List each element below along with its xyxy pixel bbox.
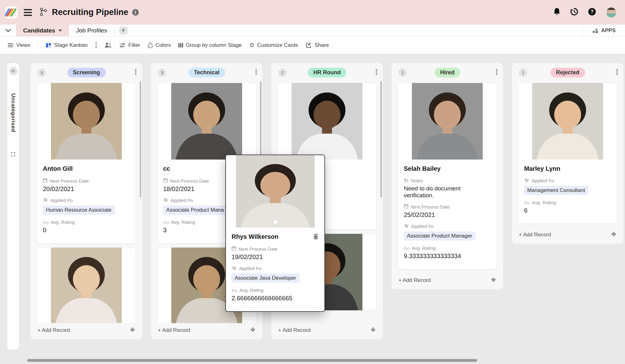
views-button[interactable]: Views <box>8 42 30 48</box>
card-field: ƒ(x)Avg. Rating2.6666666666666665 <box>232 288 319 302</box>
user-avatar[interactable] <box>606 7 617 18</box>
field-label: Next Process Date <box>170 178 209 184</box>
current-view-button[interactable]: Stage Kanban <box>46 42 88 48</box>
horizontal-scrollbar[interactable] <box>27 359 477 362</box>
dragged-card-rhys-wilkerson[interactable]: Rhys WilkersonNext Process Date19/02/202… <box>225 155 325 312</box>
column-stage-pill[interactable]: Hired <box>434 68 460 77</box>
column-cards: Selah BaileyTTNotesNeed to do document v… <box>392 82 503 273</box>
group-columns-icon <box>178 43 183 48</box>
view-options-kebab-icon[interactable] <box>95 42 97 48</box>
help-icon[interactable]: ? <box>588 7 596 17</box>
column-menu-kebab-icon[interactable] <box>374 67 379 78</box>
collapse-column-icon[interactable] <box>249 326 257 335</box>
apps-button[interactable]: APPS <box>582 25 625 36</box>
card-field: Applied FoHuman Resource Associate <box>43 198 130 214</box>
apps-icon <box>592 28 598 33</box>
tab-job-profiles-label: Job Profiles <box>76 27 107 34</box>
colors-button[interactable]: Colors <box>148 42 171 48</box>
column-menu-kebab-icon[interactable] <box>133 67 138 78</box>
card-body: Anton GillNext Process Date20/02/2021App… <box>37 160 136 243</box>
formula-icon: ƒ(x) <box>232 288 237 293</box>
add-table-button[interactable]: + <box>119 27 128 35</box>
collaborators-icon[interactable] <box>104 42 112 48</box>
card-photo-area <box>518 83 617 160</box>
add-record-button[interactable]: + Add Record <box>158 327 190 333</box>
column-menu-kebab-icon[interactable] <box>614 67 620 78</box>
calendar-icon <box>43 178 48 184</box>
share-button[interactable]: Share <box>306 42 329 48</box>
field-tag: Associate Product Mana <box>163 206 227 214</box>
card-photo-area <box>398 83 497 160</box>
column-footer: + Add Record <box>271 323 383 339</box>
card-field: TTNotesNeed to do document verification. <box>404 178 491 199</box>
column-stage-pill[interactable]: HR Round <box>308 68 347 77</box>
tab-job-profiles[interactable]: Job Profiles <box>69 25 114 36</box>
field-value: 2.6666666666666665 <box>232 295 319 302</box>
swap-icon <box>232 266 237 271</box>
colors-drop-icon <box>148 42 153 48</box>
field-label: Avg. Rating <box>51 219 75 225</box>
history-icon[interactable] <box>570 7 578 17</box>
collapse-column-icon[interactable] <box>489 276 498 285</box>
card-title: Selah Bailey <box>404 165 441 172</box>
kanban-view-icon <box>46 43 51 48</box>
collapse-column-icon[interactable] <box>610 230 618 239</box>
add-record-button[interactable]: + Add Record <box>278 327 311 333</box>
field-label: Applied Fo <box>411 224 434 229</box>
formula-icon: ƒ(x) <box>43 220 48 225</box>
notifications-bell-icon[interactable] <box>553 7 561 17</box>
kanban-columns: 3ScreeningAnton GillNext Process Date20/… <box>31 63 623 339</box>
add-record-button[interactable]: + Add Record <box>38 327 70 333</box>
card-photo-area <box>226 155 324 228</box>
filter-button[interactable]: Filter <box>119 42 140 48</box>
topbar-actions: ? <box>553 7 617 18</box>
record-card[interactable]: Anton GillNext Process Date20/02/2021App… <box>37 83 136 243</box>
customize-cards-button[interactable]: ⚙ Customize Cards <box>249 42 298 48</box>
info-icon[interactable]: i <box>132 9 139 16</box>
stackby-logo-icon[interactable] <box>5 6 18 19</box>
group-by-button[interactable]: Group by column Stage <box>178 42 242 48</box>
record-card[interactable] <box>37 247 136 323</box>
card-title: Rhys Wilkerson <box>232 233 278 240</box>
toolbar-divider <box>38 41 38 49</box>
calendar-icon <box>232 246 236 252</box>
add-record-button[interactable]: + Add Record <box>519 232 551 238</box>
column-stage-pill[interactable]: Screening <box>67 68 106 77</box>
column-count-badge: 3 <box>38 68 46 77</box>
text-field-icon: TT <box>404 178 408 183</box>
workflow-branch-icon <box>39 7 48 17</box>
candidate-photo <box>51 248 122 323</box>
swap-icon <box>524 178 529 183</box>
column-menu-kebab-icon[interactable] <box>253 67 259 78</box>
column-menu-kebab-icon[interactable] <box>494 67 499 78</box>
collapse-column-icon[interactable] <box>369 326 377 335</box>
column-cards: Marley LynnApplied FoManagement Consulta… <box>512 82 623 228</box>
trash-icon[interactable] <box>313 233 319 241</box>
expand-column-icon[interactable] <box>11 152 16 158</box>
column-scrollbar[interactable] <box>380 81 382 197</box>
tab-candidates-label: Candidates <box>23 27 55 34</box>
kanban-board: 0 Uncategorised 3ScreeningAnton GillNext… <box>0 54 625 364</box>
record-card[interactable]: Marley LynnApplied FoManagement Consulta… <box>518 83 617 224</box>
candidate-photo <box>292 83 362 160</box>
column-scrollbar[interactable] <box>140 81 141 197</box>
uncategorised-column-collapsed[interactable]: 0 Uncategorised <box>7 63 19 350</box>
share-icon <box>306 42 312 48</box>
card-photo-area <box>37 83 136 160</box>
add-record-button[interactable]: + Add Record <box>398 277 431 283</box>
card-field: ƒ(x)Avg. Rating0 <box>43 219 130 234</box>
tabrow-right: APPS <box>582 25 625 36</box>
hamburger-menu-icon[interactable] <box>24 9 32 16</box>
field-value: 9.333333333333334 <box>404 253 491 260</box>
column-stage-pill[interactable]: Technical <box>188 68 225 77</box>
collapse-tabs-chevron-icon[interactable] <box>0 25 16 36</box>
filter-icon <box>119 42 126 48</box>
column-header: 1Rejected <box>512 63 623 82</box>
column-stage-pill[interactable]: Rejected <box>550 68 585 77</box>
tab-candidates[interactable]: Candidates <box>16 25 69 36</box>
record-card[interactable]: Selah BaileyTTNotesNeed to do document v… <box>398 83 497 269</box>
field-label: Applied Fo <box>171 198 193 203</box>
column-footer: + Add Record <box>392 273 503 289</box>
field-value: 20/02/2021 <box>43 185 130 193</box>
collapse-column-icon[interactable] <box>128 326 137 335</box>
